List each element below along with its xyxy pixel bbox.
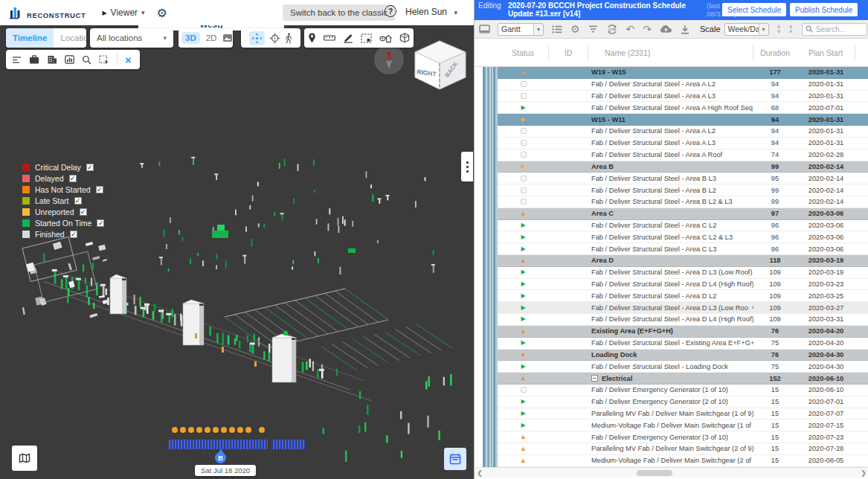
download-icon[interactable] bbox=[681, 25, 689, 34]
col-plan-start[interactable]: Plan Start bbox=[797, 45, 855, 61]
table-row[interactable]: ✓Fab / Deliver Emergency Generator (1 of… bbox=[498, 385, 868, 396]
user-menu[interactable]: Helen Sun ▾ bbox=[405, 7, 457, 17]
viewer-menu[interactable]: ▶ Viewer ▾ bbox=[102, 7, 144, 18]
measure-ruler-icon[interactable] bbox=[324, 34, 335, 42]
location-pin-icon[interactable] bbox=[308, 33, 316, 43]
legend-checkbox[interactable]: ✓ bbox=[96, 186, 103, 193]
publish-schedule-button[interactable]: Publish Schedule bbox=[790, 3, 858, 16]
table-row[interactable]: ▶Fab / Deliver Structural Steel - Area D… bbox=[498, 290, 868, 302]
legend-checkbox[interactable]: ✓ bbox=[74, 197, 82, 205]
collapse-toggle[interactable]: − bbox=[591, 375, 598, 382]
calendar-button[interactable] bbox=[444, 448, 466, 470]
switch-classic-button[interactable]: Switch back to the classic bbox=[283, 4, 395, 21]
table-row[interactable]: ▲Area D1182020-03-19 bbox=[498, 255, 868, 267]
table-row[interactable]: ▲Existing Area (E+F+G+H)762020-04-20 bbox=[498, 326, 868, 338]
minimap-toggle-button[interactable] bbox=[12, 446, 37, 471]
timeline-slider[interactable] bbox=[169, 440, 306, 449]
table-row[interactable]: ▶Area B992020-02-14 bbox=[498, 161, 868, 173]
table-row[interactable]: ✓Fab / Deliver Structural Steel - Area A… bbox=[498, 150, 868, 161]
legend-checkbox[interactable]: ✓ bbox=[80, 208, 87, 216]
redo-icon[interactable]: ↷ bbox=[643, 23, 652, 35]
gantt-minimap-strip[interactable] bbox=[483, 67, 498, 467]
table-row[interactable]: ▲Paralleling MV Fab / Deliver Main Switc… bbox=[498, 443, 868, 455]
undo-icon[interactable]: ↶ bbox=[626, 23, 635, 35]
compass[interactable]: N bbox=[374, 45, 404, 74]
table-row[interactable]: ▶Fab / Deliver Structural Steel - Area A… bbox=[498, 102, 868, 114]
table-row[interactable]: ▶Medium-Voltage Fab / Deliver Main Switc… bbox=[498, 419, 868, 431]
filter-icon[interactable] bbox=[588, 25, 598, 33]
table-row[interactable]: ✓Fab / Deliver Structural Steel - Area B… bbox=[498, 184, 868, 196]
scrollbar-thumb[interactable] bbox=[637, 470, 672, 476]
table-row[interactable]: ▲−Electrical1522020-06-10 bbox=[498, 373, 868, 385]
legend-checkbox[interactable]: ✓ bbox=[97, 219, 104, 227]
table-row[interactable]: ✓Fab / Deliver Structural Steel - Area A… bbox=[498, 79, 868, 91]
table-row[interactable]: ▶Fab / Deliver Structural Steel - Existi… bbox=[498, 338, 868, 350]
expand-all-icon[interactable]: ∧∨ bbox=[777, 25, 781, 33]
model-cube-icon[interactable] bbox=[399, 33, 410, 43]
tab-locations[interactable]: Locations bbox=[54, 28, 86, 48]
walk-tool-icon[interactable] bbox=[285, 33, 292, 44]
orbit-tool-icon[interactable] bbox=[249, 31, 265, 45]
settings-gear-icon[interactable]: ⚙ bbox=[157, 6, 167, 20]
cpm-recalculate-icon[interactable]: CPM bbox=[606, 24, 618, 35]
help-button[interactable]: ? bbox=[385, 5, 396, 17]
pane-divider-handle[interactable] bbox=[461, 152, 473, 181]
sort-filter-icon[interactable] bbox=[12, 56, 22, 64]
snapshot-icon[interactable] bbox=[361, 33, 372, 43]
briefcase-icon[interactable] bbox=[29, 55, 39, 64]
search-input[interactable] bbox=[816, 25, 861, 33]
scroll-right-arrow[interactable]: ❯ bbox=[859, 469, 868, 478]
col-name[interactable]: Name (2331) bbox=[588, 45, 753, 61]
legend-checkbox[interactable]: ✓ bbox=[70, 231, 77, 238]
table-row[interactable]: ▶Fab / Deliver Structural Steel - Area C… bbox=[498, 231, 868, 243]
table-row[interactable]: ▶Fab / Deliver Structural Steel - Area D… bbox=[498, 314, 868, 326]
table-row[interactable]: ▲Area C972020-03-06 bbox=[498, 208, 868, 220]
timeline-marker[interactable]: B bbox=[214, 449, 227, 464]
cloud-upload-icon[interactable] bbox=[660, 25, 672, 33]
panel-toggle-icon[interactable] bbox=[479, 25, 490, 33]
table-row[interactable]: ▶Paralleling MV Fab / Deliver Main Switc… bbox=[498, 408, 868, 420]
table-row[interactable]: ▶Fab / Deliver Structural Steel - Area C… bbox=[498, 220, 868, 232]
table-row[interactable]: ✓Fab / Deliver Structural Steel - Area B… bbox=[498, 196, 868, 208]
reconstruct-logo[interactable]: RECONSTRUCT bbox=[9, 6, 86, 19]
table-row[interactable]: ✓Fab / Deliver Structural Steel - Area A… bbox=[498, 126, 868, 138]
col-status[interactable]: Status bbox=[498, 45, 549, 61]
mode-3d-button[interactable]: 3D bbox=[181, 32, 200, 44]
table-row[interactable]: ✓Fab / Deliver Structural Steel - Area B… bbox=[498, 173, 868, 184]
task-list-icon[interactable] bbox=[552, 25, 562, 33]
tab-timeline[interactable]: Timeline bbox=[6, 28, 54, 48]
house-360-icon[interactable] bbox=[379, 33, 392, 43]
table-row[interactable]: ▶Fab / Deliver Structural Steel - Area D… bbox=[498, 267, 868, 279]
table-row[interactable]: ▶W15 - W11942020-01-31 bbox=[498, 114, 868, 126]
scroll-left-arrow[interactable]: ❮ bbox=[475, 469, 484, 478]
table-row[interactable]: ▲Loading Dock762020-04-30 bbox=[498, 350, 868, 361]
marquee-select-icon[interactable] bbox=[99, 55, 109, 65]
mode-2d-button[interactable]: 2D bbox=[202, 32, 221, 44]
building-icon[interactable] bbox=[47, 55, 57, 64]
target-tool-icon[interactable] bbox=[269, 33, 280, 44]
close-subtoolbar-icon[interactable]: × bbox=[125, 54, 132, 66]
legend-checkbox[interactable]: ✓ bbox=[86, 164, 94, 171]
col-id[interactable]: ID bbox=[549, 45, 588, 61]
select-schedule-button[interactable]: Select Schedule bbox=[722, 3, 786, 16]
table-row[interactable]: ▶Fab / Deliver Structural Steel - Area D… bbox=[498, 279, 868, 291]
view-mode-select[interactable]: Gantt ▼ bbox=[498, 23, 544, 36]
table-row[interactable]: ▲Fab / Deliver Emergency Generator (3 of… bbox=[498, 431, 868, 443]
legend-checkbox[interactable]: ✓ bbox=[69, 175, 77, 182]
markup-pencil-icon[interactable] bbox=[343, 33, 353, 43]
table-row[interactable]: ▶Fab / Deliver Structural Steel - Area D… bbox=[498, 302, 868, 314]
table-row[interactable]: ✓Fab / Deliver Structural Steel - Area A… bbox=[498, 91, 868, 103]
horizontal-scrollbar[interactable]: ❮ ❯ bbox=[475, 467, 868, 478]
table-row[interactable]: ▶Fab / Deliver Emergency Generator (2 of… bbox=[498, 396, 868, 408]
table-row[interactable]: ▶Fab / Deliver Structural Steel - Loadin… bbox=[498, 361, 868, 373]
table-row[interactable]: ✓Fab / Deliver Structural Steel - Area A… bbox=[498, 138, 868, 150]
locations-dropdown[interactable]: All locations ▾ bbox=[90, 28, 173, 48]
image-view-icon[interactable] bbox=[222, 33, 233, 42]
collapse-all-icon[interactable]: ∨∧ bbox=[789, 25, 793, 33]
viewport-3d[interactable]: Timeline Locations All locations ▾ 3D 2D bbox=[0, 25, 474, 479]
settings-gear-icon[interactable]: ⚙ bbox=[570, 23, 580, 35]
scale-select[interactable]: Week/Day ▼ bbox=[724, 23, 769, 36]
table-row[interactable]: ▲Medium-Voltage Fab / Deliver Main Switc… bbox=[498, 455, 868, 467]
col-duration[interactable]: Duration bbox=[753, 45, 797, 61]
table-row[interactable]: ▲W19 - W151772020-01-31 bbox=[498, 67, 868, 79]
